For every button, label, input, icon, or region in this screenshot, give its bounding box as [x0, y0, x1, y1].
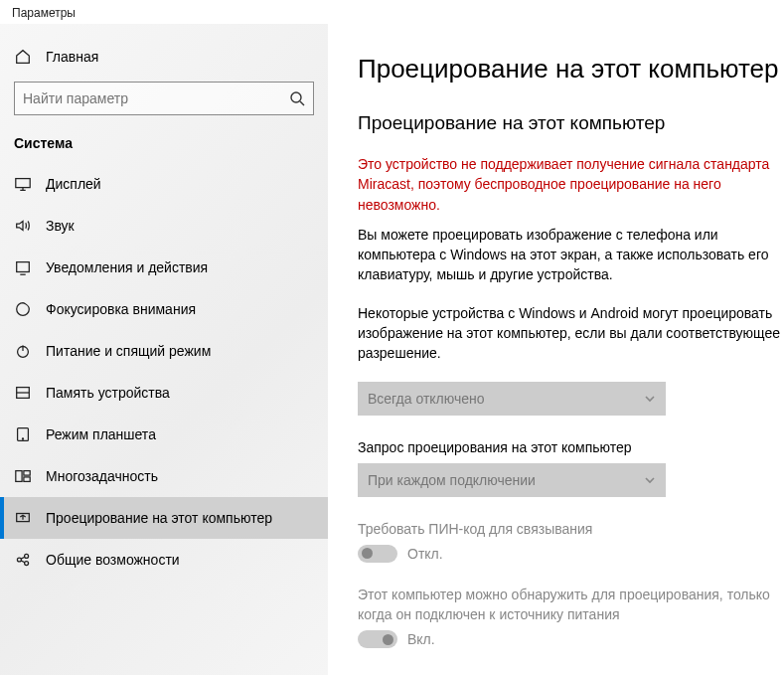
ask-select-value: При каждом подключении — [368, 472, 536, 488]
nav-item-notifications[interactable]: Уведомления и действия — [0, 247, 328, 288]
nav-label: Уведомления и действия — [46, 259, 208, 275]
window-title: Параметры — [0, 0, 784, 24]
permission-select[interactable]: Всегда отключено — [358, 382, 666, 416]
discover-toggle[interactable] — [358, 630, 397, 648]
nav-label: Общие возможности — [46, 552, 180, 568]
ask-select[interactable]: При каждом подключении — [358, 463, 666, 497]
nav-label: Фокусировка внимания — [46, 301, 196, 317]
description-2: Некоторые устройства с Windows и Android… — [358, 303, 784, 364]
miracast-error: Это устройство не поддерживает получение… — [358, 154, 775, 215]
home-button[interactable]: Главная — [0, 40, 328, 82]
sidebar: Главная Система Дисп — [0, 24, 328, 675]
svg-point-11 — [17, 558, 21, 562]
nav-label: Проецирование на этот компьютер — [46, 510, 272, 526]
search-icon — [289, 90, 305, 106]
svg-rect-1 — [16, 179, 30, 188]
home-label: Главная — [46, 49, 98, 65]
discover-state: Вкл. — [407, 631, 435, 647]
nav-label: Память устройства — [46, 385, 170, 401]
search-field[interactable] — [23, 90, 289, 106]
display-icon — [14, 175, 32, 193]
svg-point-6 — [22, 438, 23, 439]
notification-icon — [14, 258, 32, 276]
nav-item-multitask[interactable]: Многозадачность — [0, 455, 328, 497]
nav-item-projecting[interactable]: Проецирование на этот компьютер — [0, 497, 328, 539]
focus-icon — [14, 300, 32, 318]
main-content: Проецирование на этот компьютер Проециро… — [328, 24, 784, 675]
power-icon — [14, 342, 32, 360]
svg-point-0 — [291, 92, 301, 102]
nav-item-tablet[interactable]: Режим планшета — [0, 414, 328, 455]
nav-label: Звук — [46, 218, 75, 234]
nav-item-focus[interactable]: Фокусировка внимания — [0, 288, 328, 330]
svg-rect-8 — [24, 471, 30, 476]
svg-rect-7 — [16, 471, 22, 482]
svg-rect-9 — [24, 477, 30, 482]
home-icon — [14, 48, 32, 66]
tablet-icon — [14, 425, 32, 443]
chevron-down-icon — [644, 474, 656, 486]
nav-item-shared[interactable]: Общие возможности — [0, 539, 328, 581]
nav-list: Дисплей Звук Уведомления и действия — [0, 163, 328, 581]
nav-item-sound[interactable]: Звук — [0, 205, 328, 247]
storage-icon — [14, 384, 32, 402]
nav-item-display[interactable]: Дисплей — [0, 163, 328, 205]
multitask-icon — [14, 467, 32, 485]
chevron-down-icon — [644, 393, 656, 405]
ask-label: Запрос проецирования на этот компьютер — [358, 439, 784, 455]
svg-rect-2 — [17, 262, 30, 272]
nav-item-storage[interactable]: Память устройства — [0, 372, 328, 414]
pin-label: Требовать ПИН-код для связывания — [358, 521, 784, 537]
pin-state: Откл. — [407, 546, 443, 562]
sound-icon — [14, 217, 32, 235]
nav-label: Многозадачность — [46, 468, 158, 484]
section-label: Система — [0, 135, 328, 163]
svg-point-13 — [25, 562, 29, 566]
page-subtitle: Проецирование на этот компьютер — [358, 112, 784, 134]
nav-label: Дисплей — [46, 176, 101, 192]
description-1: Вы можете проецировать изображение с тел… — [358, 225, 784, 285]
nav-label: Режим планшета — [46, 426, 156, 442]
search-input[interactable] — [14, 82, 314, 115]
shared-icon — [14, 551, 32, 569]
permission-select-value: Всегда отключено — [368, 391, 485, 407]
discover-label: Этот компьютер можно обнаружить для прое… — [358, 585, 784, 625]
projecting-icon — [14, 509, 32, 527]
page-title: Проецирование на этот компьютер — [358, 54, 784, 84]
nav-label: Питание и спящий режим — [46, 343, 211, 359]
pin-toggle[interactable] — [358, 545, 397, 563]
nav-item-power[interactable]: Питание и спящий режим — [0, 330, 328, 372]
svg-point-12 — [25, 554, 29, 558]
